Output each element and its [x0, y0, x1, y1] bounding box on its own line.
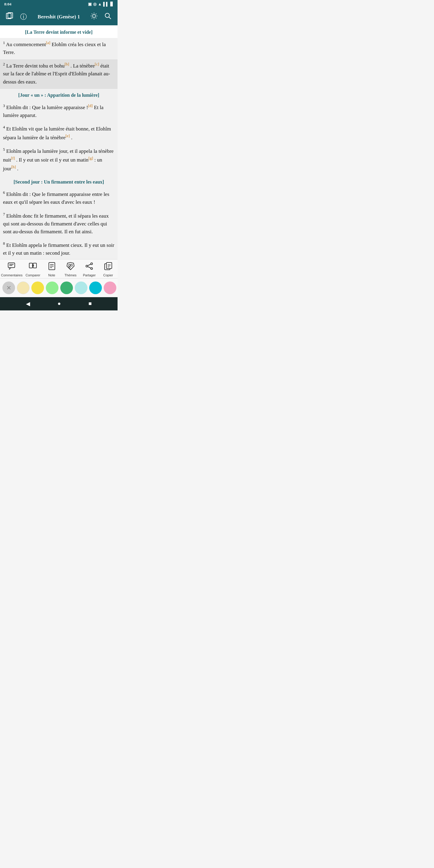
- svg-rect-23: [69, 264, 70, 266]
- themes-icon: [66, 262, 75, 272]
- verse-num-8: 8: [3, 241, 5, 246]
- verse-7: 7 Elohîm donc fit le firmament, et il sé…: [0, 210, 118, 239]
- recent-button[interactable]: ■: [88, 301, 92, 307]
- toolbar-note-label: Note: [48, 273, 55, 277]
- toolbar-partager[interactable]: Partager: [81, 262, 98, 277]
- color-green[interactable]: [60, 281, 73, 294]
- verse-3: 3 Elohîm dit : Que la lumière apparaisse…: [0, 101, 118, 122]
- footnote-h[interactable]: [h]: [11, 164, 16, 169]
- page-title: Bereshit (Genèse) 1: [29, 14, 89, 20]
- info-icon[interactable]: ⓘ: [18, 12, 29, 22]
- bottom-toolbar: Commentaires Comparer Note: [0, 259, 118, 278]
- note-icon: [48, 262, 56, 272]
- toolbar-comparer[interactable]: Comparer: [24, 262, 41, 277]
- top-navigation: ⓘ Bereshit (Genèse) 1: [0, 8, 118, 25]
- verse-6: 6 Elohîm dit : Que le firmament apparais…: [0, 188, 118, 209]
- footnote-a[interactable]: [a]: [46, 40, 50, 45]
- verse-num-1: 1: [3, 40, 5, 45]
- toolbar-note[interactable]: Note: [43, 262, 60, 277]
- footnote-b[interactable]: [b]: [64, 62, 69, 66]
- color-light-cyan[interactable]: [75, 281, 87, 294]
- search-icon[interactable]: [102, 12, 113, 22]
- toolbar-partager-label: Partager: [83, 273, 96, 277]
- svg-rect-25: [69, 267, 70, 268]
- verse-num-6: 6: [3, 190, 5, 195]
- home-button[interactable]: ●: [58, 301, 61, 307]
- color-light-green[interactable]: [46, 281, 59, 294]
- sub-heading-1: [Jour « un » : Apparition de la lumière]: [0, 89, 118, 101]
- main-content: [La Terre devint informe et vide] 1 Au c…: [0, 25, 118, 259]
- verse-num-4: 4: [3, 125, 5, 129]
- verse-num-2: 2: [3, 62, 5, 66]
- status-time: 8:04: [4, 2, 11, 7]
- color-cancel-button[interactable]: ✕: [2, 281, 15, 294]
- svg-point-28: [91, 268, 93, 270]
- status-icons: ▣ ◎ ▲ ▌▌ ▊: [88, 2, 113, 7]
- svg-point-11: [105, 13, 110, 18]
- verse-num-7: 7: [3, 212, 5, 216]
- svg-line-8: [96, 18, 96, 19]
- svg-point-26: [91, 263, 93, 265]
- toolbar-copier[interactable]: Copier: [100, 262, 117, 277]
- color-picker: ✕: [0, 278, 118, 297]
- sub-heading-2: [Second jour : Un firmament entre les ea…: [0, 176, 118, 188]
- verse-1: 1 Au commencement[a] Elohîm créa les cie…: [0, 38, 118, 59]
- footnote-e[interactable]: [e]: [65, 133, 70, 138]
- svg-line-7: [92, 13, 92, 14]
- toolbar-commentaires[interactable]: Commentaires: [1, 262, 23, 277]
- verse-num-3: 3: [3, 103, 5, 108]
- svg-point-2: [93, 14, 96, 18]
- verse-8: 8 Et Elohîm appela le firmament cieux. I…: [0, 239, 118, 259]
- main-section-heading: [La Terre devint informe et vide]: [0, 25, 118, 38]
- color-yellow[interactable]: [31, 281, 44, 294]
- back-button[interactable]: ◀: [26, 301, 30, 307]
- footnote-g[interactable]: [g]: [89, 156, 93, 160]
- brightness-icon[interactable]: [89, 12, 99, 22]
- system-navigation: ◀ ● ■: [0, 297, 118, 310]
- svg-marker-22: [67, 262, 74, 270]
- copier-icon: [104, 262, 113, 272]
- verse-num-5: 5: [3, 147, 5, 152]
- footnote-d[interactable]: [d]: [88, 103, 93, 108]
- svg-line-30: [88, 267, 91, 268]
- footnote-f[interactable]: [f]: [11, 156, 15, 160]
- color-cyan[interactable]: [89, 281, 102, 294]
- svg-line-9: [96, 13, 96, 14]
- svg-rect-32: [106, 262, 112, 269]
- verse-2: 2 La Terre devint tohu et bohu[b] . La t…: [0, 59, 118, 89]
- toolbar-themes-label: Thèmes: [64, 273, 76, 277]
- color-light-yellow[interactable]: [17, 281, 30, 294]
- svg-rect-24: [71, 264, 72, 266]
- svg-point-27: [86, 265, 88, 267]
- svg-line-12: [109, 17, 111, 19]
- toolbar-copier-label: Copier: [103, 273, 113, 277]
- toolbar-comparer-label: Comparer: [26, 273, 40, 277]
- commentaires-icon: [7, 262, 16, 272]
- status-bar: 8:04 ▣ ◎ ▲ ▌▌ ▊: [0, 0, 118, 8]
- library-icon[interactable]: [4, 12, 15, 22]
- svg-line-10: [92, 18, 92, 19]
- comparer-icon: [29, 262, 37, 272]
- partager-icon: [85, 262, 93, 272]
- footnote-c[interactable]: [c]: [95, 62, 99, 66]
- toolbar-commentaires-label: Commentaires: [1, 273, 23, 277]
- verse-5: 5 Elohîm appela la lumière jour, et il a…: [0, 145, 118, 176]
- verse-4: 4 Et Elohîm vit que la lumière était bon…: [0, 122, 118, 145]
- color-pink[interactable]: [104, 281, 116, 294]
- svg-line-29: [88, 264, 91, 266]
- toolbar-themes[interactable]: Thèmes: [62, 262, 79, 277]
